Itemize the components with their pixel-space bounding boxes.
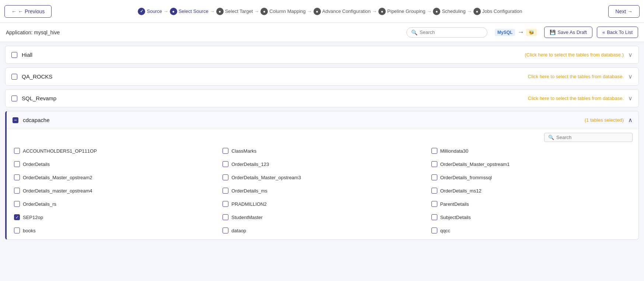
table-item: dataop	[221, 225, 424, 236]
table-label-t11: OrderDetails_ms	[231, 188, 267, 194]
save-draft-label: Save As Draft	[557, 30, 587, 35]
table-checkbox-t4[interactable]	[14, 161, 20, 167]
inner-search-input[interactable]	[556, 135, 629, 140]
step-column-mapping-circle: ●	[260, 8, 268, 15]
db-logos: MySQL → 🐝	[495, 28, 537, 36]
back-to-list-button[interactable]: « Back To List	[597, 27, 638, 38]
table-checkbox-t9[interactable]	[431, 174, 437, 180]
search-input[interactable]	[420, 30, 483, 35]
next-label: Next →	[615, 8, 633, 14]
step-source[interactable]: ✓ Source	[138, 8, 162, 15]
db-checkbox-cdcapache[interactable]	[13, 117, 18, 123]
step-scheduling-label: Scheduling	[442, 8, 465, 14]
table-label-t5: OrderDetails_123	[231, 162, 269, 167]
table-label-t17: StudentMaster	[231, 215, 263, 220]
step-jobs-config[interactable]: ● Jobs Configuration	[473, 8, 522, 15]
arrow-1: →	[164, 8, 168, 14]
table-item: ACCOUNTHOLDERS1_OP111OP	[13, 146, 215, 156]
arrow-2: →	[210, 8, 215, 14]
table-checkbox-t3[interactable]	[431, 148, 437, 154]
inner-search-box[interactable]: 🔍	[544, 133, 633, 142]
step-pipeline-grouping-label: Pipeline Grouping	[387, 8, 425, 14]
table-checkbox-t17[interactable]	[223, 214, 228, 220]
table-checkbox-t11[interactable]	[223, 188, 228, 194]
table-item: OrderDetails_Master_opstream2	[13, 172, 215, 183]
table-checkbox-t5[interactable]	[223, 161, 228, 167]
table-checkbox-t14[interactable]	[223, 201, 228, 207]
step-select-target-label: Select Target	[225, 8, 253, 14]
table-checkbox-t20[interactable]	[223, 228, 228, 233]
table-item: OrderDetails_rs	[13, 199, 215, 209]
table-item: ClassMarks	[221, 146, 424, 156]
inner-search-area: 🔍	[13, 133, 633, 142]
search-box[interactable]: 🔍	[406, 27, 487, 38]
db-hint-qa-rocks: Click here to select the tables from dat…	[528, 74, 624, 79]
table-label-t18: SubjectDetails	[440, 215, 471, 220]
step-pipeline-grouping[interactable]: ● Pipeline Grouping	[378, 8, 425, 15]
db-selected-info-cdcapache: (1 tables selected)	[585, 117, 624, 123]
db-section-hiall: Hiall (Click here to select the tables f…	[5, 46, 639, 64]
db-section-cdcapache: cdcapache (1 tables selected) ∧ 🔍 ACCOUN…	[5, 111, 639, 240]
table-item: OrderDetails_Master_opstream1	[430, 159, 633, 169]
arrow-3: →	[254, 8, 259, 14]
table-label-t14: PRADMILLION2	[231, 201, 266, 207]
table-checkbox-t18[interactable]	[431, 214, 437, 220]
table-checkbox-t6[interactable]	[431, 161, 437, 167]
step-select-source-circle: ●	[170, 8, 177, 15]
db-checkbox-hiall[interactable]	[11, 52, 17, 58]
table-label-t15: ParentDetails	[440, 201, 469, 207]
table-checkbox-t21[interactable]	[431, 228, 437, 233]
step-advance-config-circle: ●	[314, 8, 321, 15]
step-source-circle: ✓	[138, 8, 145, 15]
step-column-mapping[interactable]: ● Column Mapping	[260, 8, 305, 15]
db-header-cdcapache[interactable]: cdcapache (1 tables selected) ∧	[7, 111, 638, 129]
save-draft-button[interactable]: 💾 Save As Draft	[544, 27, 592, 38]
arrow-7: →	[467, 8, 472, 14]
source-db-label: MySQL	[495, 29, 515, 36]
db-checkbox-sql-revamp[interactable]	[11, 96, 17, 101]
table-checkbox-t19[interactable]	[14, 228, 20, 233]
table-item: OrderDetails_123	[221, 159, 424, 169]
table-item: OrderDetails_master_opstream4	[13, 185, 215, 196]
db-checkbox-qa-rocks[interactable]	[11, 74, 17, 80]
table-item: OrderDetails	[13, 159, 215, 169]
next-button[interactable]: Next →	[608, 5, 640, 18]
table-checkbox-t12[interactable]	[431, 188, 437, 194]
db-hint-sql-revamp: Click here to select the tables from dat…	[528, 96, 624, 101]
arrow-4: →	[307, 8, 312, 14]
step-advance-config[interactable]: ● Advance Configuration	[314, 8, 371, 15]
step-scheduling-circle: ●	[433, 8, 440, 15]
db-hint-hiall: (Click here to select the tables from da…	[525, 52, 624, 58]
table-label-t7: OrderDetails_Master_opstream2	[23, 175, 92, 180]
table-checkbox-t13[interactable]	[14, 201, 20, 207]
step-select-source-label: Select Source	[179, 8, 209, 14]
table-checkbox-t8[interactable]	[223, 174, 228, 180]
table-checkbox-t15[interactable]	[431, 201, 437, 207]
table-label-t21: qqcc	[440, 228, 450, 233]
db-header-sql-revamp[interactable]: SQL_Revamp Click here to select the tabl…	[6, 90, 638, 107]
table-checkbox-t1[interactable]	[14, 148, 20, 154]
table-checkbox-t10[interactable]	[14, 188, 20, 194]
table-item: Milliondata30	[430, 146, 633, 156]
table-grid: ACCOUNTHOLDERS1_OP111OPClassMarksMillion…	[13, 146, 633, 236]
prev-label: ← Previous	[18, 8, 45, 14]
prev-icon: ←	[11, 8, 17, 14]
table-checkbox-t16[interactable]	[14, 214, 20, 220]
chevron-qa-rocks: ∨	[628, 73, 633, 80]
step-select-target[interactable]: ● Select Target	[216, 8, 253, 15]
table-checkbox-t7[interactable]	[14, 174, 20, 180]
step-select-source[interactable]: ● Select Source	[170, 8, 209, 15]
table-label-t19: books	[23, 228, 36, 233]
db-header-hiall[interactable]: Hiall (Click here to select the tables f…	[6, 46, 638, 63]
table-item: PRADMILLION2	[221, 199, 424, 209]
db-header-qa-rocks[interactable]: QA_ROCKS Click here to select the tables…	[6, 68, 638, 85]
back-list-label: Back To List	[607, 30, 633, 35]
step-source-label: Source	[147, 8, 162, 14]
db-arrow-icon: →	[517, 28, 524, 36]
step-scheduling[interactable]: ● Scheduling	[433, 8, 465, 15]
table-item: OrderDetails_ms	[221, 185, 424, 196]
table-label-t6: OrderDetails_Master_opstream1	[440, 162, 510, 167]
app-label: Application: mysql_hive	[6, 30, 402, 35]
previous-button[interactable]: ← ← Previous	[4, 5, 52, 18]
table-checkbox-t2[interactable]	[223, 148, 228, 154]
